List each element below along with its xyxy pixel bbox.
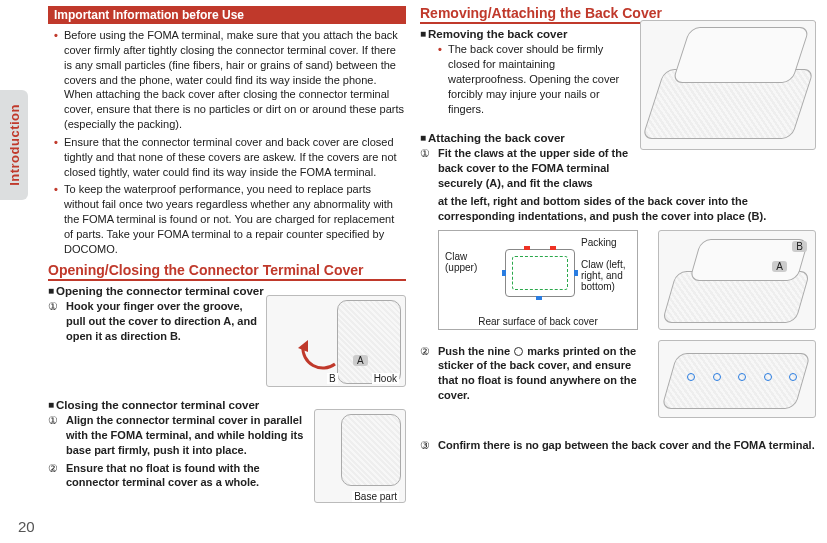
- label-a: A: [353, 355, 368, 366]
- step-number: ②: [48, 461, 58, 476]
- step-text: Fit the claws at the upper side of the b…: [438, 147, 628, 189]
- label-packing: Packing: [581, 237, 617, 248]
- left-column: Important Information before Use Before …: [48, 6, 406, 503]
- attaching-step-1b: at the left, right and bottom sides of t…: [420, 194, 816, 224]
- label-base-part: Base part: [352, 491, 399, 502]
- opening-illustration: B A Hook: [266, 295, 406, 387]
- step-text: Confirm there is no gap between the back…: [438, 439, 815, 451]
- label-claw-upper: Claw (upper): [445, 251, 499, 273]
- attaching-step-2: ② Push the nine marks printed on the sti…: [420, 344, 638, 403]
- attaching-step-3: ③ Confirm there is no gap between the ba…: [420, 438, 816, 453]
- removing-illustration: [640, 20, 816, 150]
- side-tab-label: Introduction: [7, 104, 22, 186]
- step-text: Ensure that no float is found with the c…: [66, 462, 260, 489]
- important-info-list: Before using the FOMA terminal, make sur…: [48, 28, 406, 257]
- open-close-title: Opening/Closing the Connector Terminal C…: [48, 263, 406, 281]
- closing-illustration: Base part: [314, 409, 406, 503]
- label-b: B: [792, 241, 807, 252]
- closing-step-2: ② Ensure that no float is found with the…: [48, 461, 306, 491]
- removing-bullet: The back cover should be firmly closed f…: [420, 42, 626, 116]
- step-text: at the left, right and bottom sides of t…: [438, 195, 766, 222]
- right-column: Removing/Attaching the Back Cover Removi…: [420, 6, 816, 455]
- step-text: Align the connector terminal cover in pa…: [66, 414, 303, 456]
- important-info-heading: Important Information before Use: [48, 6, 406, 24]
- step-number: ②: [420, 344, 430, 359]
- attaching-step-1a: ① Fit the claws at the upper side of the…: [420, 146, 638, 191]
- step-number: ③: [420, 438, 430, 453]
- info-bullet: To keep the waterproof performance, you …: [54, 182, 406, 256]
- closing-step-1: ① Align the connector terminal cover in …: [48, 413, 306, 458]
- claw-diagram: Claw (upper) Packing Claw (left, right, …: [438, 230, 638, 330]
- ab-illustration: A B: [658, 230, 816, 330]
- label-hook: Hook: [372, 373, 399, 384]
- side-tab: Introduction: [0, 90, 28, 200]
- label-claw-sides: Claw (left, right, and bottom): [581, 259, 637, 292]
- step-text: Hook your finger over the groove, pull o…: [66, 300, 257, 342]
- diagram-footer: Rear surface of back cover: [439, 316, 637, 327]
- info-bullet: Before using the FOMA terminal, make sur…: [54, 28, 406, 132]
- step-text: Push the nine marks printed on the stick…: [438, 345, 637, 402]
- opening-step: ① Hook your finger over the groove, pull…: [48, 299, 258, 344]
- step-number: ①: [48, 413, 58, 428]
- ring-mark-icon: [514, 347, 523, 356]
- push-marks-illustration: [658, 340, 816, 418]
- page-number: 20: [18, 518, 35, 535]
- label-a: A: [772, 261, 787, 272]
- step-number: ①: [48, 299, 58, 314]
- info-bullet: Ensure that the connector terminal cover…: [54, 135, 406, 180]
- step-number: ①: [420, 146, 430, 161]
